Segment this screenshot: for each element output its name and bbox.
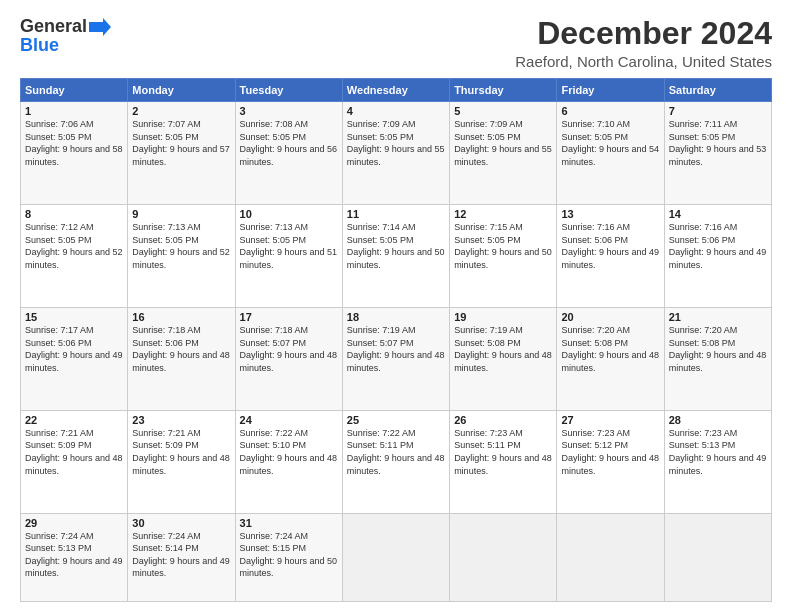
- calendar-table: Sunday Monday Tuesday Wednesday Thursday…: [20, 78, 772, 602]
- day-info: Sunrise: 7:18 AMSunset: 5:06 PMDaylight:…: [132, 324, 230, 374]
- day-number: 17: [240, 311, 338, 323]
- day-number: 31: [240, 517, 338, 529]
- week-row-5: 29Sunrise: 7:24 AMSunset: 5:13 PMDayligh…: [21, 513, 772, 601]
- week-row-4: 22Sunrise: 7:21 AMSunset: 5:09 PMDayligh…: [21, 410, 772, 513]
- day-number: 5: [454, 105, 552, 117]
- table-cell: 20Sunrise: 7:20 AMSunset: 5:08 PMDayligh…: [557, 307, 664, 410]
- day-info: Sunrise: 7:10 AMSunset: 5:05 PMDaylight:…: [561, 118, 659, 168]
- table-cell: [450, 513, 557, 601]
- table-cell: 27Sunrise: 7:23 AMSunset: 5:12 PMDayligh…: [557, 410, 664, 513]
- col-saturday: Saturday: [664, 79, 771, 102]
- day-info: Sunrise: 7:17 AMSunset: 5:06 PMDaylight:…: [25, 324, 123, 374]
- table-cell: 31Sunrise: 7:24 AMSunset: 5:15 PMDayligh…: [235, 513, 342, 601]
- table-cell: 26Sunrise: 7:23 AMSunset: 5:11 PMDayligh…: [450, 410, 557, 513]
- day-number: 20: [561, 311, 659, 323]
- day-info: Sunrise: 7:14 AMSunset: 5:05 PMDaylight:…: [347, 221, 445, 271]
- table-cell: [664, 513, 771, 601]
- table-cell: 24Sunrise: 7:22 AMSunset: 5:10 PMDayligh…: [235, 410, 342, 513]
- table-cell: 17Sunrise: 7:18 AMSunset: 5:07 PMDayligh…: [235, 307, 342, 410]
- table-cell: 19Sunrise: 7:19 AMSunset: 5:08 PMDayligh…: [450, 307, 557, 410]
- table-cell: [342, 513, 449, 601]
- day-number: 22: [25, 414, 123, 426]
- day-number: 10: [240, 208, 338, 220]
- page: General Blue December 2024 Raeford, Nort…: [0, 0, 792, 612]
- table-cell: 3Sunrise: 7:08 AMSunset: 5:05 PMDaylight…: [235, 102, 342, 205]
- col-wednesday: Wednesday: [342, 79, 449, 102]
- calendar-header-row: Sunday Monday Tuesday Wednesday Thursday…: [21, 79, 772, 102]
- table-cell: 6Sunrise: 7:10 AMSunset: 5:05 PMDaylight…: [557, 102, 664, 205]
- table-cell: 23Sunrise: 7:21 AMSunset: 5:09 PMDayligh…: [128, 410, 235, 513]
- day-info: Sunrise: 7:16 AMSunset: 5:06 PMDaylight:…: [669, 221, 767, 271]
- col-monday: Monday: [128, 79, 235, 102]
- day-number: 28: [669, 414, 767, 426]
- table-cell: 14Sunrise: 7:16 AMSunset: 5:06 PMDayligh…: [664, 205, 771, 308]
- table-cell: 16Sunrise: 7:18 AMSunset: 5:06 PMDayligh…: [128, 307, 235, 410]
- day-number: 18: [347, 311, 445, 323]
- day-info: Sunrise: 7:16 AMSunset: 5:06 PMDaylight:…: [561, 221, 659, 271]
- day-number: 30: [132, 517, 230, 529]
- day-info: Sunrise: 7:07 AMSunset: 5:05 PMDaylight:…: [132, 118, 230, 168]
- day-info: Sunrise: 7:24 AMSunset: 5:13 PMDaylight:…: [25, 530, 123, 580]
- header: General Blue December 2024 Raeford, Nort…: [20, 16, 772, 70]
- table-cell: 13Sunrise: 7:16 AMSunset: 5:06 PMDayligh…: [557, 205, 664, 308]
- table-cell: 1Sunrise: 7:06 AMSunset: 5:05 PMDaylight…: [21, 102, 128, 205]
- day-number: 16: [132, 311, 230, 323]
- day-info: Sunrise: 7:23 AMSunset: 5:13 PMDaylight:…: [669, 427, 767, 477]
- table-cell: 30Sunrise: 7:24 AMSunset: 5:14 PMDayligh…: [128, 513, 235, 601]
- table-cell: 29Sunrise: 7:24 AMSunset: 5:13 PMDayligh…: [21, 513, 128, 601]
- day-info: Sunrise: 7:24 AMSunset: 5:14 PMDaylight:…: [132, 530, 230, 580]
- week-row-1: 1Sunrise: 7:06 AMSunset: 5:05 PMDaylight…: [21, 102, 772, 205]
- day-number: 13: [561, 208, 659, 220]
- day-number: 27: [561, 414, 659, 426]
- day-info: Sunrise: 7:23 AMSunset: 5:12 PMDaylight:…: [561, 427, 659, 477]
- day-number: 3: [240, 105, 338, 117]
- table-cell: 18Sunrise: 7:19 AMSunset: 5:07 PMDayligh…: [342, 307, 449, 410]
- day-number: 9: [132, 208, 230, 220]
- day-info: Sunrise: 7:13 AMSunset: 5:05 PMDaylight:…: [240, 221, 338, 271]
- table-cell: 21Sunrise: 7:20 AMSunset: 5:08 PMDayligh…: [664, 307, 771, 410]
- day-number: 1: [25, 105, 123, 117]
- day-info: Sunrise: 7:20 AMSunset: 5:08 PMDaylight:…: [669, 324, 767, 374]
- logo-general: General: [20, 16, 87, 37]
- day-info: Sunrise: 7:21 AMSunset: 5:09 PMDaylight:…: [132, 427, 230, 477]
- col-friday: Friday: [557, 79, 664, 102]
- table-cell: 4Sunrise: 7:09 AMSunset: 5:05 PMDaylight…: [342, 102, 449, 205]
- table-cell: 11Sunrise: 7:14 AMSunset: 5:05 PMDayligh…: [342, 205, 449, 308]
- logo-blue: Blue: [20, 35, 59, 56]
- table-cell: 22Sunrise: 7:21 AMSunset: 5:09 PMDayligh…: [21, 410, 128, 513]
- day-info: Sunrise: 7:09 AMSunset: 5:05 PMDaylight:…: [347, 118, 445, 168]
- title-block: December 2024 Raeford, North Carolina, U…: [515, 16, 772, 70]
- day-number: 23: [132, 414, 230, 426]
- day-number: 2: [132, 105, 230, 117]
- day-info: Sunrise: 7:06 AMSunset: 5:05 PMDaylight:…: [25, 118, 123, 168]
- day-number: 29: [25, 517, 123, 529]
- table-cell: 9Sunrise: 7:13 AMSunset: 5:05 PMDaylight…: [128, 205, 235, 308]
- day-info: Sunrise: 7:21 AMSunset: 5:09 PMDaylight:…: [25, 427, 123, 477]
- day-info: Sunrise: 7:22 AMSunset: 5:10 PMDaylight:…: [240, 427, 338, 477]
- day-info: Sunrise: 7:24 AMSunset: 5:15 PMDaylight:…: [240, 530, 338, 580]
- day-number: 8: [25, 208, 123, 220]
- week-row-3: 15Sunrise: 7:17 AMSunset: 5:06 PMDayligh…: [21, 307, 772, 410]
- table-cell: 5Sunrise: 7:09 AMSunset: 5:05 PMDaylight…: [450, 102, 557, 205]
- logo: General Blue: [20, 16, 111, 56]
- page-subtitle: Raeford, North Carolina, United States: [515, 53, 772, 70]
- day-number: 19: [454, 311, 552, 323]
- day-info: Sunrise: 7:22 AMSunset: 5:11 PMDaylight:…: [347, 427, 445, 477]
- col-thursday: Thursday: [450, 79, 557, 102]
- day-number: 26: [454, 414, 552, 426]
- svg-marker-0: [89, 18, 111, 36]
- day-info: Sunrise: 7:11 AMSunset: 5:05 PMDaylight:…: [669, 118, 767, 168]
- day-info: Sunrise: 7:19 AMSunset: 5:08 PMDaylight:…: [454, 324, 552, 374]
- table-cell: 15Sunrise: 7:17 AMSunset: 5:06 PMDayligh…: [21, 307, 128, 410]
- col-tuesday: Tuesday: [235, 79, 342, 102]
- day-number: 4: [347, 105, 445, 117]
- day-info: Sunrise: 7:15 AMSunset: 5:05 PMDaylight:…: [454, 221, 552, 271]
- day-info: Sunrise: 7:12 AMSunset: 5:05 PMDaylight:…: [25, 221, 123, 271]
- table-cell: 28Sunrise: 7:23 AMSunset: 5:13 PMDayligh…: [664, 410, 771, 513]
- day-number: 15: [25, 311, 123, 323]
- day-info: Sunrise: 7:20 AMSunset: 5:08 PMDaylight:…: [561, 324, 659, 374]
- day-info: Sunrise: 7:09 AMSunset: 5:05 PMDaylight:…: [454, 118, 552, 168]
- day-number: 21: [669, 311, 767, 323]
- table-cell: 12Sunrise: 7:15 AMSunset: 5:05 PMDayligh…: [450, 205, 557, 308]
- day-info: Sunrise: 7:19 AMSunset: 5:07 PMDaylight:…: [347, 324, 445, 374]
